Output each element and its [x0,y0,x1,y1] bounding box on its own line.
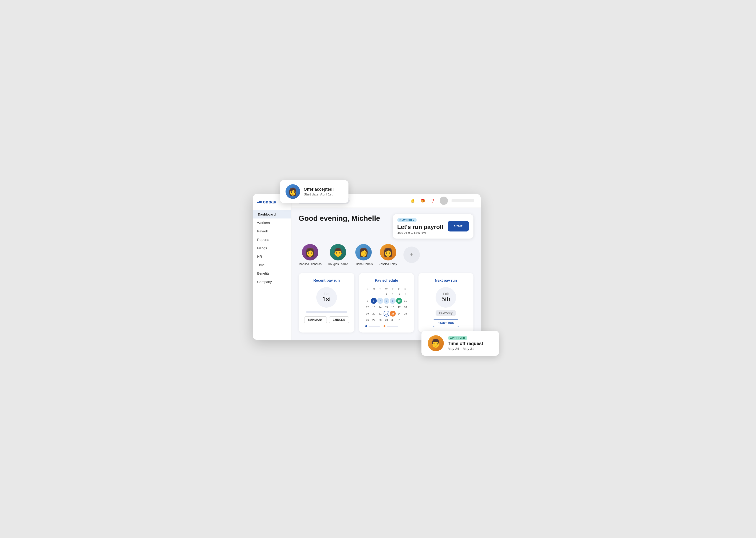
cal-cell-8[interactable]: 8 [384,298,390,304]
cal-cell-16[interactable]: 16 [390,304,396,310]
summary-button[interactable]: SUMMARY [304,316,327,323]
pay-run-progress-bar [306,311,347,313]
pay-schedule-title: Pay schedule [364,279,408,283]
add-worker-button[interactable]: + [404,246,420,263]
logo-text: onpay [263,199,276,205]
bell-icon[interactable]: 🔔 [409,197,416,204]
approved-badge: APPROVED [448,336,467,340]
worker-marissa[interactable]: Marissa Richards [299,244,322,266]
cal-cell-13[interactable]: 13 [371,304,377,310]
calendar-grid: 1 2 3 4 5 6 7 8 9 10 11 [364,292,408,323]
gift-icon[interactable]: 🎁 [420,197,426,204]
cal-day-t1: T [377,287,383,291]
cal-day-s2: S [402,287,408,291]
timeoff-title: Time off request [448,341,483,346]
cal-cell [403,317,408,323]
next-pay-type: Bi-Weekly [424,310,468,316]
cal-cell-9[interactable]: 9 [390,298,396,304]
cal-cell-1[interactable]: 1 [384,292,390,297]
timeoff-date-range: May 24 – May 31 [448,347,483,350]
next-pay-type-badge: Bi-Weekly [436,310,456,316]
cal-cell-7[interactable]: 7 [377,298,383,304]
worker-jessica[interactable]: Jessica Foley [379,244,397,266]
sidebar-item-payroll[interactable]: Payroll [253,227,291,235]
cal-cell-22[interactable]: 22 [384,311,390,317]
worker-avatar-marissa [302,244,318,260]
recent-pay-run-title: Recent pay run [304,279,349,283]
sidebar-item-company[interactable]: Company [253,278,291,286]
worker-name-douglas: Douglas Riddle [328,262,348,266]
cal-cell-29[interactable]: 29 [384,317,390,323]
worker-eliana[interactable]: Eliana Dennis [354,244,373,266]
sidebar-item-filings[interactable]: Filings [253,244,291,252]
cal-day-s1: S [364,287,371,291]
pay-run-date-circle: Feb 1st [316,287,337,308]
worker-douglas[interactable]: Douglas Riddle [328,244,348,266]
cal-cell-12[interactable]: 12 [364,304,370,310]
start-run-button[interactable]: START RUN [433,319,459,327]
cal-day-t2: T [390,287,396,291]
worker-avatar-eliana [355,244,372,260]
offer-title: Offer accepted! [304,187,334,192]
cal-cell-2[interactable]: 2 [390,292,396,297]
cal-cell-28[interactable]: 28 [377,317,383,323]
offer-subtitle: Start date: April 1st [304,192,334,196]
offer-avatar [286,184,300,199]
cal-legend-blue [365,325,380,327]
calendar: S M T W T F S [364,287,408,327]
cal-cell-20[interactable]: 20 [371,311,377,317]
next-pay-day: 5th [442,296,451,303]
help-icon[interactable]: ❓ [430,197,436,204]
payroll-date-range: Jan 21st – Feb 3rd [397,231,443,235]
app-window: onpay Dashboard Workers Payroll Reports … [253,194,481,340]
payroll-title: Let's run payroll [397,224,443,231]
checks-button[interactable]: CHECKS [329,316,349,323]
recent-pay-run-card: Recent pay run Feb 1st SUMMARY CHECKS [299,273,354,333]
worker-name-jessica: Jessica Foley [379,262,397,266]
worker-name-eliana: Eliana Dennis [354,262,373,266]
sidebar-item-hr[interactable]: HR [253,252,291,261]
dashboard-content: Good evening, Michelle BI-WEEKLY Let's r… [292,208,481,340]
cal-cell-23[interactable]: 23 [390,311,396,317]
legend-dot-orange [384,325,385,327]
cal-cell [364,292,370,297]
calendar-header: S M T W T F S [364,287,408,291]
cal-day-f: F [396,287,402,291]
cal-cell-6[interactable]: 6 [371,298,377,304]
sidebar-item-dashboard[interactable]: Dashboard [253,210,291,219]
cal-legend-orange [384,325,398,327]
cal-cell-18[interactable]: 18 [403,304,408,310]
cal-cell-19[interactable]: 19 [364,311,370,317]
timeoff-avatar [428,335,444,351]
logo-dot-large [259,201,262,203]
pay-run-month: Feb [324,292,329,296]
next-pay-month: Feb [443,292,449,296]
cal-cell-5[interactable]: 5 [364,298,370,304]
cal-cell-24[interactable]: 24 [396,311,402,317]
cal-cell-14[interactable]: 14 [377,304,383,310]
cal-cell-10[interactable]: 10 [396,298,402,304]
cal-cell-17[interactable]: 17 [396,304,402,310]
sidebar-item-time[interactable]: Time [253,261,291,269]
offer-accepted-card: Offer accepted! Start date: April 1st [280,180,349,203]
cal-cell-21[interactable]: 21 [377,311,383,317]
cal-cell-27[interactable]: 27 [371,317,377,323]
cal-cell [377,292,383,297]
cal-cell-15[interactable]: 15 [384,304,390,310]
cal-cell [371,292,377,297]
cal-cell-26[interactable]: 26 [364,317,370,323]
cal-cell-4[interactable]: 4 [403,292,408,297]
cal-cell-25[interactable]: 25 [403,311,408,317]
pay-run-day: 1st [322,296,331,303]
logo-dot-small [257,202,259,203]
cal-cell-3[interactable]: 3 [396,292,402,297]
cards-grid: Recent pay run Feb 1st SUMMARY CHECKS [299,273,473,333]
start-payroll-button[interactable]: Start [448,221,469,232]
cal-day-m: M [371,287,377,291]
cal-cell-31[interactable]: 31 [396,317,402,323]
sidebar-item-benefits[interactable]: Benefits [253,269,291,278]
cal-cell-30[interactable]: 30 [390,317,396,323]
cal-cell-11[interactable]: 11 [403,298,408,304]
sidebar-item-workers[interactable]: Workers [253,219,291,227]
sidebar-item-reports[interactable]: Reports [253,235,291,244]
